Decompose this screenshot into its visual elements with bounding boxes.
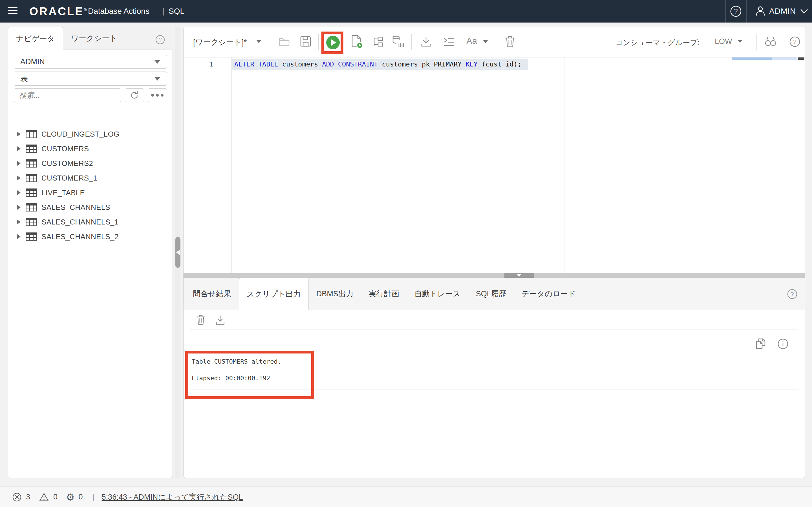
tree-item-table[interactable]: LIVE_TABLE — [8, 185, 172, 200]
autotrace-icon[interactable] — [392, 35, 405, 48]
tab-worksheet[interactable]: ワークシート — [63, 27, 125, 50]
tab-data-load[interactable]: データのロード — [514, 278, 583, 310]
output-line: Table CUSTOMERS altered. — [192, 358, 282, 365]
error-count: 3 — [26, 493, 30, 501]
editor-scrollbar-thumb[interactable] — [798, 57, 804, 60]
tree-item-table[interactable]: CUSTOMERS_1 — [8, 171, 172, 185]
header-divider: | — [162, 7, 164, 16]
app-title: SQL — [168, 7, 185, 16]
svg-text:?: ? — [734, 7, 738, 15]
find-icon[interactable] — [764, 36, 777, 48]
tab-explain-plan[interactable]: 実行計画 — [361, 278, 407, 310]
processes-icon[interactable]: ⚙ — [66, 492, 74, 502]
tree-item-table[interactable]: SALES_CHANNELS — [8, 200, 172, 215]
explain-plan-icon[interactable] — [372, 36, 384, 47]
result-pane-splitter[interactable] — [184, 273, 805, 278]
clear-worksheet-icon[interactable] — [504, 35, 516, 48]
tab-script-output[interactable]: スクリプト出力 — [239, 278, 309, 310]
statusbar-divider: | — [93, 493, 94, 501]
hamburger-menu-icon[interactable] — [8, 7, 17, 15]
table-name: CUSTOMERS_1 — [42, 174, 97, 182]
table-icon — [26, 174, 37, 182]
object-type-select[interactable]: 表 — [14, 71, 167, 86]
schema-select[interactable]: ADMIN — [14, 55, 167, 69]
header-help-icon[interactable]: ? — [730, 5, 742, 17]
editor-right-border — [797, 57, 797, 273]
format-code-icon[interactable] — [442, 36, 455, 47]
table-icon — [26, 130, 37, 138]
download-icon[interactable] — [420, 36, 432, 48]
line-number: 1 — [184, 60, 213, 68]
warnings-icon[interactable] — [39, 492, 49, 502]
table-icon — [26, 203, 37, 212]
output-toolbar — [184, 310, 805, 330]
errors-icon[interactable] — [12, 492, 22, 502]
expand-caret-icon[interactable] — [17, 205, 20, 210]
search-row — [14, 89, 167, 102]
splitter-handle[interactable] — [504, 273, 534, 278]
tree-item-table[interactable]: CUSTOMERS — [8, 142, 172, 156]
table-name: CUSTOMERS2 — [42, 159, 93, 168]
user-menu[interactable]: ADMIN — [755, 6, 808, 17]
expand-caret-icon[interactable] — [17, 161, 20, 166]
refresh-button[interactable] — [125, 89, 144, 102]
run-statement-button[interactable] — [326, 36, 340, 49]
open-file-icon[interactable] — [278, 36, 290, 47]
expand-caret-icon[interactable] — [17, 190, 20, 195]
download-output-icon[interactable] — [214, 315, 226, 326]
svg-text:?: ? — [158, 37, 161, 43]
expand-caret-icon[interactable] — [17, 131, 20, 137]
copy-icon[interactable] — [755, 338, 766, 350]
run-script-icon[interactable] — [350, 34, 363, 49]
gutter-border — [232, 57, 232, 273]
chevron-down-icon — [154, 60, 160, 64]
tab-dbms-output[interactable]: DBMS出力 — [309, 278, 361, 310]
ellipsis-icon — [151, 94, 163, 97]
clear-output-icon[interactable] — [195, 314, 206, 326]
tree-item-table[interactable]: SALES_CHANNELS_1 — [8, 215, 172, 229]
table-icon — [26, 232, 37, 241]
collapse-left-icon — [176, 250, 180, 255]
sql-editor[interactable]: 1 ALTER TABLE customers ADD CONSTRAINT c… — [184, 57, 805, 273]
sidebar-help-icon[interactable]: ? — [155, 34, 165, 45]
expand-caret-icon[interactable] — [17, 219, 20, 225]
search-input[interactable] — [14, 89, 121, 102]
table-name: CLOUD_INGEST_LOG — [42, 130, 119, 138]
expand-caret-icon[interactable] — [17, 234, 20, 239]
tree-item-table[interactable]: CUSTOMERS2 — [8, 156, 172, 171]
chevron-down-icon[interactable] — [256, 40, 261, 43]
tab-query-result[interactable]: 問合せ結果 — [185, 278, 239, 310]
worksheet-title-dropdown[interactable]: [ワークシート]* — [193, 37, 247, 47]
script-output-message: Table CUSTOMERS altered. Elapsed: 00:00:… — [192, 358, 282, 382]
worksheet-pane: [ワークシート]* Aa コンシューマ・グループ: LOW ? — [183, 27, 805, 478]
refresh-icon — [130, 90, 140, 100]
tab-navigator[interactable]: ナビゲータ — [8, 27, 63, 50]
tree-item-table[interactable]: SALES_CHANNELS_2 — [8, 229, 172, 244]
tab-sql-history[interactable]: SQL履歴 — [468, 278, 514, 310]
result-help-icon[interactable]: ? — [786, 288, 798, 300]
table-name: LIVE_TABLE — [42, 188, 85, 197]
last-executed-sql-link[interactable]: 5:36:43 - ADMINによって実行されたSQL — [102, 492, 243, 502]
more-options-button[interactable] — [148, 89, 167, 102]
consumer-group-label: コンシューマ・グループ: — [615, 38, 700, 48]
pane-splitter-track — [175, 27, 181, 478]
tab-autotrace[interactable]: 自動トレース — [407, 278, 468, 310]
worksheet-help-icon[interactable]: ? — [789, 36, 801, 48]
header-separator — [746, 0, 747, 22]
consumer-group-select[interactable]: LOW — [715, 37, 732, 46]
sql-code-line[interactable]: ALTER TABLE customers ADD CONSTRAINT cus… — [234, 59, 522, 70]
toolbar-separator — [411, 34, 412, 50]
chevron-down-icon[interactable] — [483, 40, 488, 43]
tree-item-table[interactable]: CLOUD_INGEST_LOG — [8, 127, 172, 142]
chevron-down-icon[interactable] — [738, 40, 743, 43]
warning-count: 0 — [53, 493, 57, 501]
expand-caret-icon[interactable] — [17, 175, 20, 181]
print-margin-line — [564, 57, 564, 273]
pane-splitter-handle[interactable] — [175, 237, 181, 268]
collapse-down-icon — [516, 274, 522, 277]
save-icon[interactable] — [300, 36, 312, 47]
expand-caret-icon[interactable] — [17, 146, 20, 152]
result-tabs: 問合せ結果 スクリプト出力 DBMS出力 実行計画 自動トレース SQL履歴 デ… — [184, 278, 805, 310]
info-icon[interactable] — [777, 338, 789, 350]
font-settings-button[interactable]: Aa — [466, 36, 477, 46]
